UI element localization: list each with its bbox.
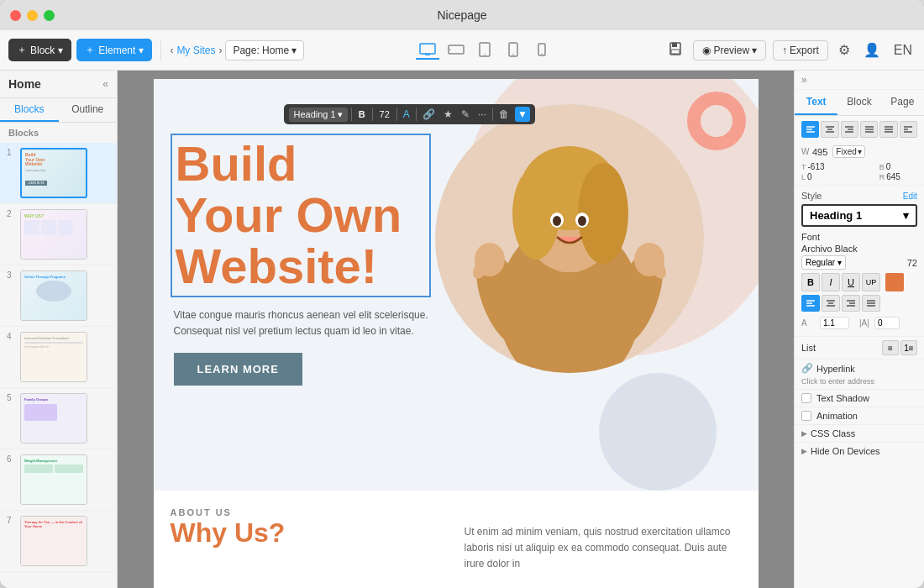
svg-point-8 (512, 54, 514, 55)
uppercase-button[interactable]: UP (862, 273, 880, 291)
user-button[interactable]: 👤 (860, 39, 884, 61)
trbl-grid: T -613 B 0 L 0 R 645 (795, 160, 924, 185)
mobile-icon[interactable] (501, 41, 525, 60)
underline-button[interactable]: U (842, 273, 860, 291)
heading-style-selector[interactable]: Heading 1 ▾ (289, 108, 348, 122)
minimize-button[interactable] (27, 10, 38, 21)
page-item-2[interactable]: 2 WHY US? (0, 204, 117, 265)
small-mobile-icon[interactable] (530, 41, 554, 60)
close-button[interactable] (10, 10, 21, 21)
bold-toggle[interactable]: B (355, 108, 369, 121)
more-btn[interactable]: ··· (475, 107, 489, 122)
hide-on-devices-row[interactable]: ▶ Hide On Devices (795, 442, 924, 459)
desktop-icon[interactable] (416, 41, 439, 60)
plus-icon: ＋ (17, 43, 27, 57)
align-center-btn[interactable] (821, 121, 838, 138)
my-sites-link[interactable]: My Sites (176, 45, 215, 56)
tab-block[interactable]: Block (837, 90, 880, 115)
star-btn[interactable]: ★ (441, 107, 455, 122)
style-label: Style (801, 191, 822, 201)
font-name-value: Archivo Black (801, 244, 917, 254)
language-button[interactable]: EN (890, 39, 916, 61)
text-align-center-btn[interactable] (822, 295, 840, 312)
heading-style-dropdown[interactable]: Heading 1 ▾ (801, 204, 917, 227)
export-button[interactable]: ↑ Export (773, 40, 828, 60)
italic-button[interactable]: I (822, 273, 840, 291)
hyperlink-row[interactable]: 🔗 Hyperlink (795, 359, 924, 377)
svg-point-6 (484, 54, 486, 55)
font-color-btn[interactable]: A (401, 107, 412, 122)
edit-link[interactable]: Edit (903, 192, 917, 201)
move-down-btn[interactable]: ▼ (515, 107, 530, 122)
fullscreen-button[interactable] (44, 10, 55, 21)
page-item-3[interactable]: 3 Online Therapy Programs (0, 265, 117, 327)
main-toolbar: ＋ Block ▾ ＋ Element ▾ ‹ My Sites › Page:… (0, 30, 924, 71)
delete-btn[interactable]: 🗑 (496, 107, 512, 122)
page-item-7[interactable]: 7 Therapy for You — in the Comfort of Yo… (0, 511, 117, 572)
tab-blocks[interactable]: Blocks (0, 98, 59, 122)
text-align-justify-btn[interactable] (862, 295, 880, 312)
sidebar-collapse-icon[interactable]: « (102, 78, 108, 90)
breadcrumb-sep: › (218, 45, 222, 56)
about-label: ABOUT US (171, 507, 448, 517)
animation-checkbox[interactable] (801, 411, 811, 421)
text-align-left-btn[interactable] (801, 295, 820, 312)
svg-rect-0 (420, 44, 435, 54)
align-auto-btn[interactable] (900, 121, 917, 138)
font-size-input[interactable]: 72 (376, 108, 393, 121)
page-item-4[interactable]: 4 Licensed Dietician Consultant Lorem ip… (0, 327, 117, 388)
tablet-landscape-icon[interactable] (444, 41, 468, 60)
top-item: T -613 (801, 162, 839, 171)
align-right-btn[interactable] (841, 121, 858, 138)
about-text: Ut enim ad minim veniam, quis nostrud ex… (465, 507, 742, 573)
blocks-section-label: Blocks (0, 123, 117, 143)
bottom-value: 0 (886, 162, 891, 171)
upload-icon: ↑ (782, 45, 787, 56)
hyperlink-placeholder[interactable]: Click to enter address (795, 377, 924, 389)
hero-orange-ring (687, 92, 746, 150)
letter-spacing-input[interactable] (820, 317, 849, 329)
svg-point-20 (512, 167, 559, 260)
align-justify-btn[interactable] (860, 121, 878, 138)
add-block-button[interactable]: ＋ Block ▾ (8, 39, 71, 61)
animation-label: Animation (816, 411, 858, 421)
list-label: List (801, 343, 816, 353)
text-align-buttons (801, 295, 917, 312)
text-shadow-checkbox[interactable] (801, 393, 811, 403)
add-element-button[interactable]: ＋ Element ▾ (76, 39, 152, 61)
learn-more-button[interactable]: LEARN MORE (174, 353, 302, 386)
bold-button[interactable]: B (801, 273, 820, 291)
left-item: L 0 (801, 172, 839, 181)
hero-heading[interactable]: Build Your Own Website! (171, 134, 431, 297)
tab-page[interactable]: Page (881, 90, 924, 115)
page-item-6[interactable]: 6 Weight Management (0, 449, 117, 511)
save-button[interactable] (664, 38, 686, 63)
svg-point-23 (553, 216, 561, 226)
text-color-picker[interactable] (885, 273, 904, 291)
edit-btn[interactable]: ✎ (459, 107, 472, 122)
tab-text[interactable]: Text (795, 90, 837, 115)
align-stretch-btn[interactable] (879, 121, 897, 138)
width-mode-dropdown[interactable]: Fixed ▾ (832, 145, 864, 158)
line-height-input[interactable] (874, 317, 900, 329)
svg-point-4 (449, 49, 451, 50)
style-section: Style Edit Heading 1 ▾ Font Archivo Blac… (795, 185, 924, 336)
page-item-1[interactable]: 1 BuildYour OwnWebsite! Lorem ipsum dolo… (0, 143, 117, 204)
plus-icon-element: ＋ (85, 43, 95, 57)
format-buttons: B I U UP (801, 273, 917, 291)
align-left-btn[interactable] (801, 121, 819, 138)
tab-outline[interactable]: Outline (59, 98, 118, 122)
font-style-dropdown[interactable]: Regular ▾ (801, 255, 846, 270)
link-btn[interactable]: 🔗 (420, 107, 438, 122)
page-thumb-6: Weight Management (20, 454, 87, 505)
settings-button[interactable]: ⚙ (835, 39, 853, 61)
text-align-right-btn[interactable] (842, 295, 860, 312)
ordered-list-btn[interactable]: 1≡ (900, 340, 917, 355)
panel-collapse-button[interactable]: » (801, 74, 807, 86)
tablet-portrait-icon[interactable] (473, 41, 496, 60)
css-class-row[interactable]: ▶ CSS Class (795, 424, 924, 442)
unordered-list-btn[interactable]: ≡ (882, 340, 899, 355)
page-selector[interactable]: Page: Home ▾ (225, 40, 304, 60)
preview-button[interactable]: ◉ Preview ▾ (693, 40, 766, 60)
page-item-5[interactable]: 5 Family Groups (0, 388, 117, 449)
